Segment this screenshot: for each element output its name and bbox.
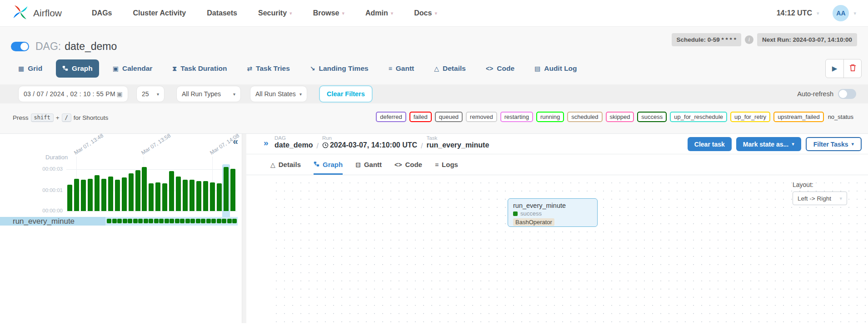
duration-bar[interactable] — [203, 181, 208, 211]
task-instance-square[interactable] — [222, 219, 226, 223]
task-instance-square[interactable] — [227, 219, 232, 223]
task-instance-square[interactable] — [206, 219, 211, 223]
task-tab-logs[interactable]: ≡Logs — [435, 154, 458, 175]
tab-gantt[interactable]: ≡Gantt — [382, 59, 421, 78]
duration-bar[interactable] — [162, 183, 167, 211]
task-instance-square[interactable] — [138, 219, 143, 223]
layout-select[interactable]: Left -> Right ▾ — [793, 192, 847, 205]
nav-item-browse[interactable]: Browse▾ — [313, 9, 344, 17]
task-node[interactable]: run_every_minute success BashOperator — [508, 198, 598, 227]
tab-task-tries[interactable]: ⇄Task Tries — [240, 59, 296, 78]
duration-bar[interactable] — [129, 173, 134, 211]
tab-task-duration[interactable]: ⧗Task Duration — [166, 59, 233, 78]
duration-bar[interactable] — [74, 179, 79, 211]
task-instance-square[interactable] — [123, 219, 127, 223]
task-instance-square[interactable] — [232, 219, 237, 223]
tab-details[interactable]: △Details — [428, 59, 472, 78]
task-instance-square[interactable] — [112, 219, 117, 223]
duration-bar[interactable] — [135, 170, 140, 211]
grid-panel-scrollbar[interactable] — [242, 134, 246, 323]
run-types-select[interactable]: All Run Types ▾ — [176, 86, 241, 102]
nav-item-datasets[interactable]: Datasets — [207, 9, 237, 17]
graph-canvas[interactable]: run_every_minute success BashOperator La… — [270, 175, 868, 323]
duration-bar[interactable] — [67, 185, 72, 211]
task-instance-square[interactable] — [170, 219, 174, 223]
duration-bar[interactable] — [176, 177, 181, 211]
task-instance-square[interactable] — [144, 219, 148, 223]
clear-task-button[interactable]: Clear task — [688, 137, 732, 151]
duration-bar[interactable] — [210, 182, 215, 211]
dag-pause-toggle[interactable] — [11, 42, 29, 51]
task-row-label[interactable]: run_every_minute — [0, 217, 105, 226]
task-tab-details[interactable]: △Details — [270, 154, 301, 175]
duration-bar[interactable] — [142, 167, 147, 211]
mark-state-button[interactable]: Mark state as... ▾ — [736, 137, 801, 151]
task-tab-graph[interactable]: Graph — [314, 154, 343, 175]
task-instance-square[interactable] — [180, 219, 185, 223]
duration-bar[interactable] — [108, 177, 113, 211]
task-instance-square[interactable] — [185, 219, 190, 223]
task-instance-square[interactable] — [211, 219, 216, 223]
task-instance-square[interactable] — [201, 219, 205, 223]
tab-landing-times[interactable]: ↘Landing Times — [304, 59, 375, 78]
clear-filters-button[interactable]: Clear Filters — [319, 85, 373, 103]
duration-bar[interactable] — [149, 183, 154, 211]
airflow-brand[interactable]: Airflow — [12, 4, 62, 23]
task-instance-square[interactable] — [190, 219, 195, 223]
duration-bar[interactable] — [224, 167, 229, 211]
task-instance-square[interactable] — [217, 219, 221, 223]
nav-item-admin[interactable]: Admin▾ — [365, 9, 393, 17]
duration-bar[interactable] — [81, 180, 86, 211]
duration-bar[interactable] — [88, 179, 93, 211]
expand-breadcrumb-icon[interactable]: » — [264, 138, 269, 147]
task-tab-gantt[interactable]: ⊟Gantt — [355, 154, 382, 175]
next-run-badge: Next Run: 2024-03-07, 14:10:00 — [757, 33, 857, 46]
task-tab-code[interactable]: <>Code — [394, 154, 422, 175]
duration-bar[interactable] — [183, 180, 188, 211]
task-instance-square[interactable] — [149, 219, 153, 223]
nav-item-dags[interactable]: DAGs — [92, 9, 112, 17]
duration-bar[interactable] — [155, 182, 160, 211]
duration-bar[interactable] — [169, 171, 174, 211]
task-instance-square[interactable] — [128, 219, 132, 223]
duration-bar[interactable] — [196, 181, 201, 211]
tab-calendar[interactable]: ▣Calendar — [106, 59, 159, 78]
duration-bar[interactable] — [95, 175, 100, 211]
auto-refresh-control: Auto-refresh — [797, 89, 856, 99]
breadcrumb-dag[interactable]: DAG date_demo — [274, 135, 313, 150]
breadcrumb-task[interactable]: Task run_every_minute — [426, 135, 489, 150]
breadcrumb-run[interactable]: Run 2024-03-07, 14:10:00 UTC — [322, 135, 417, 150]
task-instance-square[interactable] — [117, 219, 122, 223]
run-states-select[interactable]: All Run States ▾ — [250, 86, 307, 102]
filter-tasks-button[interactable]: Filter Tasks ▾ — [806, 137, 862, 151]
utc-clock[interactable]: 14:12 UTC — [777, 9, 812, 17]
task-node-status: success — [513, 210, 592, 217]
duration-bar[interactable] — [230, 169, 235, 211]
task-instance-square[interactable] — [196, 219, 200, 223]
base-date-input[interactable]: 03 / 07 / 2024 , 02 : 10 : 55 PM ▣ — [18, 86, 128, 102]
tab-grid[interactable]: ▦Grid — [12, 59, 49, 78]
tab-audit-log[interactable]: ▤Audit Log — [528, 59, 584, 78]
duration-bar[interactable] — [101, 179, 106, 211]
nav-item-cluster-activity[interactable]: Cluster Activity — [133, 9, 186, 17]
duration-bar[interactable] — [122, 177, 127, 211]
tab-graph[interactable]: Graph — [56, 59, 99, 78]
info-icon[interactable]: i — [745, 35, 753, 44]
auto-refresh-toggle[interactable] — [838, 89, 856, 99]
task-instance-square[interactable] — [175, 219, 180, 223]
tab-code[interactable]: <>Code — [479, 59, 521, 78]
task-instance-square[interactable] — [159, 219, 164, 223]
task-instance-square[interactable] — [165, 219, 169, 223]
task-instance-square[interactable] — [154, 219, 159, 223]
duration-bar[interactable] — [115, 180, 120, 211]
nav-item-docs[interactable]: Docs▾ — [414, 9, 437, 17]
page-size-select[interactable]: 25 ▾ — [136, 86, 165, 102]
avatar[interactable]: AA — [833, 5, 849, 21]
task-instance-square[interactable] — [107, 219, 111, 223]
duration-bar[interactable] — [217, 183, 222, 211]
nav-item-security[interactable]: Security▾ — [258, 9, 292, 17]
task-instance-square[interactable] — [133, 219, 138, 223]
duration-bar[interactable] — [190, 180, 195, 211]
trigger-dag-button[interactable]: ▶ — [826, 59, 843, 78]
delete-dag-button[interactable] — [843, 59, 861, 78]
